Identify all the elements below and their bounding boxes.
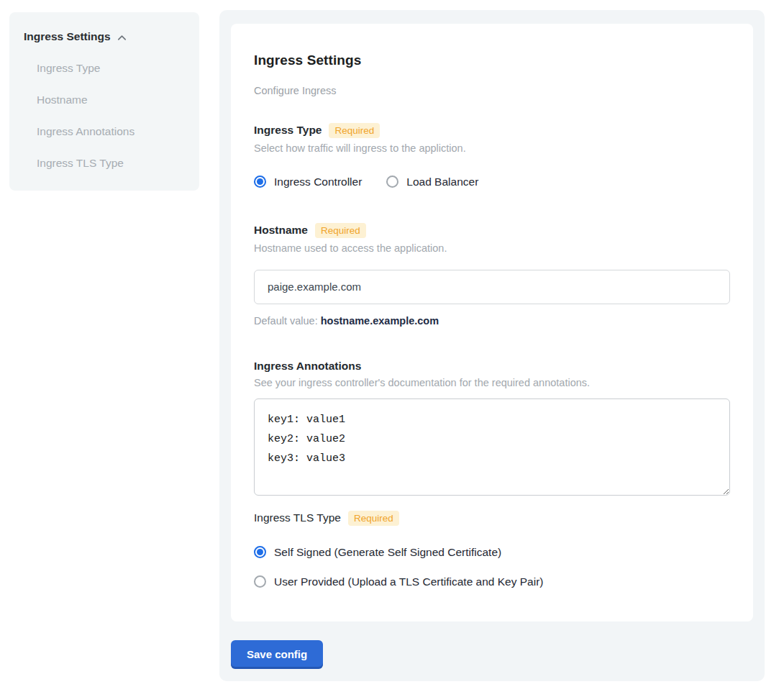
sidebar: Ingress Settings Ingress Type Hostname I… [9,12,199,191]
default-value-text: hostname.example.com [321,315,439,327]
sidebar-item-hostname[interactable]: Hostname [24,94,185,106]
hostname-description: Hostname used to access the application. [254,242,730,254]
save-config-button[interactable]: Save config [231,640,323,669]
radio-option-user-provided[interactable]: User Provided (Upload a TLS Certificate … [254,575,730,588]
hostname-label: Hostname [254,224,308,237]
radio-icon[interactable] [254,575,266,588]
hostname-input[interactable] [254,270,730,304]
ingress-tls-type-label: Ingress TLS Type [254,511,341,524]
ingress-annotations-description: See your ingress controller's documentat… [254,377,730,388]
radio-icon[interactable] [254,176,266,188]
radio-label: Ingress Controller [274,176,362,188]
radio-label: Load Balancer [406,176,478,188]
required-badge: Required [315,223,366,238]
section-ingress-annotations: Ingress Annotations See your ingress con… [254,360,730,496]
ingress-settings-card: Ingress Settings Configure Ingress Ingre… [231,24,753,621]
page-subtitle: Configure Ingress [254,85,730,96]
section-ingress-tls-type: Ingress TLS Type Required Self Signed (G… [254,511,730,588]
sidebar-group-label: Ingress Settings [24,30,111,43]
radio-icon[interactable] [254,546,266,558]
default-value-label: Default value: [254,315,321,327]
ingress-annotations-textarea[interactable]: key1: value1 key2: value2 key3: value3 [254,398,730,496]
required-badge: Required [329,123,380,138]
section-ingress-type: Ingress Type Required Select how traffic… [254,123,730,188]
radio-option-load-balancer[interactable]: Load Balancer [386,176,478,188]
radio-label: Self Signed (Generate Self Signed Certif… [274,546,501,559]
page-title: Ingress Settings [254,53,730,68]
sidebar-item-ingress-annotations[interactable]: Ingress Annotations [24,125,185,138]
required-badge: Required [348,511,399,526]
section-hostname: Hostname Required Hostname used to acces… [254,223,730,327]
ingress-type-description: Select how traffic will ingress to the a… [254,142,730,154]
sidebar-item-ingress-type[interactable]: Ingress Type [24,62,185,75]
radio-icon[interactable] [386,176,398,188]
radio-option-ingress-controller[interactable]: Ingress Controller [254,176,362,188]
sidebar-group-ingress-settings[interactable]: Ingress Settings [24,30,185,43]
chevron-up-icon [117,32,127,43]
radio-label: User Provided (Upload a TLS Certificate … [274,575,543,588]
radio-option-self-signed[interactable]: Self Signed (Generate Self Signed Certif… [254,546,730,559]
save-row: Save config [231,640,753,669]
ingress-annotations-label: Ingress Annotations [254,360,361,373]
sidebar-item-ingress-tls-type[interactable]: Ingress TLS Type [24,157,185,170]
hostname-default-value: Default value: hostname.example.com [254,315,730,327]
main-panel: Ingress Settings Configure Ingress Ingre… [219,10,765,681]
ingress-type-label: Ingress Type [254,124,322,137]
